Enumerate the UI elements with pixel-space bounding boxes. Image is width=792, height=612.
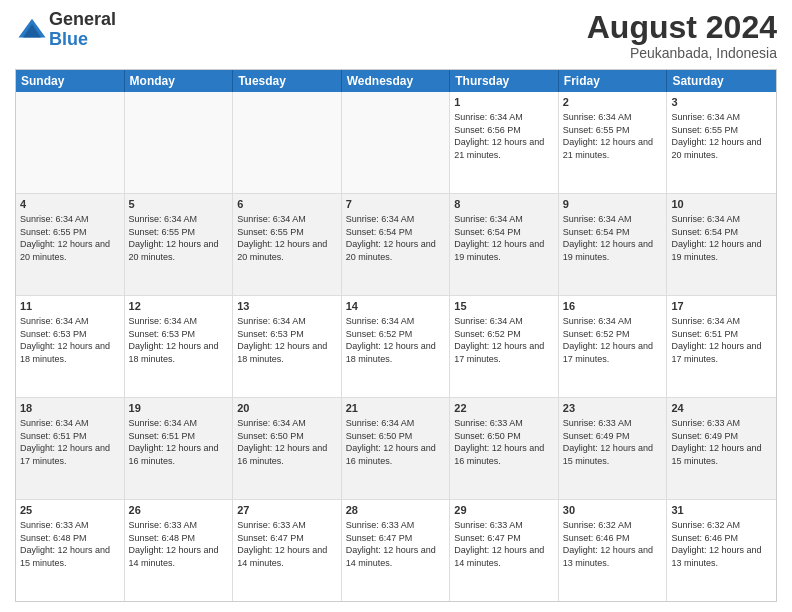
day-number: 26 bbox=[129, 503, 229, 518]
calendar-row-3: 18Sunrise: 6:34 AM Sunset: 6:51 PM Dayli… bbox=[16, 398, 776, 500]
calendar-cell: 18Sunrise: 6:34 AM Sunset: 6:51 PM Dayli… bbox=[16, 398, 125, 499]
day-number: 3 bbox=[671, 95, 772, 110]
cell-info: Sunrise: 6:34 AM Sunset: 6:53 PM Dayligh… bbox=[129, 315, 229, 365]
logo-icon bbox=[17, 15, 47, 45]
cell-info: Sunrise: 6:34 AM Sunset: 6:54 PM Dayligh… bbox=[671, 213, 772, 263]
calendar-cell bbox=[16, 92, 125, 193]
cell-info: Sunrise: 6:33 AM Sunset: 6:49 PM Dayligh… bbox=[563, 417, 663, 467]
logo-general: General bbox=[49, 10, 116, 30]
cell-info: Sunrise: 6:34 AM Sunset: 6:52 PM Dayligh… bbox=[563, 315, 663, 365]
header-cell-friday: Friday bbox=[559, 70, 668, 92]
cell-info: Sunrise: 6:33 AM Sunset: 6:47 PM Dayligh… bbox=[454, 519, 554, 569]
cell-info: Sunrise: 6:33 AM Sunset: 6:50 PM Dayligh… bbox=[454, 417, 554, 467]
calendar-cell: 2Sunrise: 6:34 AM Sunset: 6:55 PM Daylig… bbox=[559, 92, 668, 193]
header-cell-thursday: Thursday bbox=[450, 70, 559, 92]
calendar-row-2: 11Sunrise: 6:34 AM Sunset: 6:53 PM Dayli… bbox=[16, 296, 776, 398]
calendar-cell: 14Sunrise: 6:34 AM Sunset: 6:52 PM Dayli… bbox=[342, 296, 451, 397]
cell-info: Sunrise: 6:34 AM Sunset: 6:54 PM Dayligh… bbox=[454, 213, 554, 263]
calendar-cell: 20Sunrise: 6:34 AM Sunset: 6:50 PM Dayli… bbox=[233, 398, 342, 499]
day-number: 10 bbox=[671, 197, 772, 212]
cell-info: Sunrise: 6:34 AM Sunset: 6:55 PM Dayligh… bbox=[20, 213, 120, 263]
day-number: 14 bbox=[346, 299, 446, 314]
day-number: 5 bbox=[129, 197, 229, 212]
day-number: 31 bbox=[671, 503, 772, 518]
calendar-cell: 29Sunrise: 6:33 AM Sunset: 6:47 PM Dayli… bbox=[450, 500, 559, 601]
day-number: 17 bbox=[671, 299, 772, 314]
cell-info: Sunrise: 6:34 AM Sunset: 6:55 PM Dayligh… bbox=[563, 111, 663, 161]
calendar-cell: 24Sunrise: 6:33 AM Sunset: 6:49 PM Dayli… bbox=[667, 398, 776, 499]
calendar-cell: 12Sunrise: 6:34 AM Sunset: 6:53 PM Dayli… bbox=[125, 296, 234, 397]
cell-info: Sunrise: 6:34 AM Sunset: 6:51 PM Dayligh… bbox=[671, 315, 772, 365]
day-number: 11 bbox=[20, 299, 120, 314]
cell-info: Sunrise: 6:34 AM Sunset: 6:51 PM Dayligh… bbox=[129, 417, 229, 467]
cell-info: Sunrise: 6:34 AM Sunset: 6:53 PM Dayligh… bbox=[20, 315, 120, 365]
cell-info: Sunrise: 6:32 AM Sunset: 6:46 PM Dayligh… bbox=[671, 519, 772, 569]
day-number: 1 bbox=[454, 95, 554, 110]
cell-info: Sunrise: 6:34 AM Sunset: 6:50 PM Dayligh… bbox=[346, 417, 446, 467]
day-number: 8 bbox=[454, 197, 554, 212]
calendar-cell: 16Sunrise: 6:34 AM Sunset: 6:52 PM Dayli… bbox=[559, 296, 668, 397]
cell-info: Sunrise: 6:33 AM Sunset: 6:47 PM Dayligh… bbox=[237, 519, 337, 569]
logo-text: General Blue bbox=[49, 10, 116, 50]
day-number: 6 bbox=[237, 197, 337, 212]
calendar: SundayMondayTuesdayWednesdayThursdayFrid… bbox=[15, 69, 777, 602]
calendar-cell: 25Sunrise: 6:33 AM Sunset: 6:48 PM Dayli… bbox=[16, 500, 125, 601]
cell-info: Sunrise: 6:34 AM Sunset: 6:56 PM Dayligh… bbox=[454, 111, 554, 161]
title-block: August 2024 Peukanbada, Indonesia bbox=[587, 10, 777, 61]
calendar-body: 1Sunrise: 6:34 AM Sunset: 6:56 PM Daylig… bbox=[16, 92, 776, 601]
calendar-cell: 21Sunrise: 6:34 AM Sunset: 6:50 PM Dayli… bbox=[342, 398, 451, 499]
cell-info: Sunrise: 6:34 AM Sunset: 6:55 PM Dayligh… bbox=[671, 111, 772, 161]
calendar-cell: 28Sunrise: 6:33 AM Sunset: 6:47 PM Dayli… bbox=[342, 500, 451, 601]
day-number: 21 bbox=[346, 401, 446, 416]
calendar-cell bbox=[342, 92, 451, 193]
day-number: 20 bbox=[237, 401, 337, 416]
cell-info: Sunrise: 6:33 AM Sunset: 6:49 PM Dayligh… bbox=[671, 417, 772, 467]
calendar-cell: 11Sunrise: 6:34 AM Sunset: 6:53 PM Dayli… bbox=[16, 296, 125, 397]
month-year: August 2024 bbox=[587, 10, 777, 45]
calendar-cell: 10Sunrise: 6:34 AM Sunset: 6:54 PM Dayli… bbox=[667, 194, 776, 295]
header-cell-tuesday: Tuesday bbox=[233, 70, 342, 92]
calendar-cell: 22Sunrise: 6:33 AM Sunset: 6:50 PM Dayli… bbox=[450, 398, 559, 499]
calendar-cell: 6Sunrise: 6:34 AM Sunset: 6:55 PM Daylig… bbox=[233, 194, 342, 295]
cell-info: Sunrise: 6:34 AM Sunset: 6:55 PM Dayligh… bbox=[129, 213, 229, 263]
location: Peukanbada, Indonesia bbox=[587, 45, 777, 61]
day-number: 15 bbox=[454, 299, 554, 314]
cell-info: Sunrise: 6:34 AM Sunset: 6:54 PM Dayligh… bbox=[346, 213, 446, 263]
calendar-cell: 23Sunrise: 6:33 AM Sunset: 6:49 PM Dayli… bbox=[559, 398, 668, 499]
cell-info: Sunrise: 6:33 AM Sunset: 6:47 PM Dayligh… bbox=[346, 519, 446, 569]
header-cell-wednesday: Wednesday bbox=[342, 70, 451, 92]
calendar-cell: 30Sunrise: 6:32 AM Sunset: 6:46 PM Dayli… bbox=[559, 500, 668, 601]
calendar-cell: 17Sunrise: 6:34 AM Sunset: 6:51 PM Dayli… bbox=[667, 296, 776, 397]
calendar-row-4: 25Sunrise: 6:33 AM Sunset: 6:48 PM Dayli… bbox=[16, 500, 776, 601]
header-cell-sunday: Sunday bbox=[16, 70, 125, 92]
logo: General Blue bbox=[15, 10, 116, 50]
calendar-cell bbox=[125, 92, 234, 193]
day-number: 28 bbox=[346, 503, 446, 518]
calendar-cell: 15Sunrise: 6:34 AM Sunset: 6:52 PM Dayli… bbox=[450, 296, 559, 397]
day-number: 4 bbox=[20, 197, 120, 212]
calendar-cell: 27Sunrise: 6:33 AM Sunset: 6:47 PM Dayli… bbox=[233, 500, 342, 601]
cell-info: Sunrise: 6:34 AM Sunset: 6:54 PM Dayligh… bbox=[563, 213, 663, 263]
calendar-header: SundayMondayTuesdayWednesdayThursdayFrid… bbox=[16, 70, 776, 92]
calendar-cell: 3Sunrise: 6:34 AM Sunset: 6:55 PM Daylig… bbox=[667, 92, 776, 193]
day-number: 19 bbox=[129, 401, 229, 416]
cell-info: Sunrise: 6:34 AM Sunset: 6:52 PM Dayligh… bbox=[454, 315, 554, 365]
day-number: 12 bbox=[129, 299, 229, 314]
calendar-cell: 4Sunrise: 6:34 AM Sunset: 6:55 PM Daylig… bbox=[16, 194, 125, 295]
logo-blue: Blue bbox=[49, 30, 116, 50]
cell-info: Sunrise: 6:33 AM Sunset: 6:48 PM Dayligh… bbox=[20, 519, 120, 569]
day-number: 9 bbox=[563, 197, 663, 212]
header-cell-saturday: Saturday bbox=[667, 70, 776, 92]
cell-info: Sunrise: 6:34 AM Sunset: 6:51 PM Dayligh… bbox=[20, 417, 120, 467]
cell-info: Sunrise: 6:33 AM Sunset: 6:48 PM Dayligh… bbox=[129, 519, 229, 569]
day-number: 2 bbox=[563, 95, 663, 110]
calendar-cell: 8Sunrise: 6:34 AM Sunset: 6:54 PM Daylig… bbox=[450, 194, 559, 295]
calendar-cell: 5Sunrise: 6:34 AM Sunset: 6:55 PM Daylig… bbox=[125, 194, 234, 295]
cell-info: Sunrise: 6:34 AM Sunset: 6:53 PM Dayligh… bbox=[237, 315, 337, 365]
page: General Blue August 2024 Peukanbada, Ind… bbox=[0, 0, 792, 612]
cell-info: Sunrise: 6:34 AM Sunset: 6:50 PM Dayligh… bbox=[237, 417, 337, 467]
day-number: 22 bbox=[454, 401, 554, 416]
day-number: 18 bbox=[20, 401, 120, 416]
day-number: 16 bbox=[563, 299, 663, 314]
day-number: 24 bbox=[671, 401, 772, 416]
